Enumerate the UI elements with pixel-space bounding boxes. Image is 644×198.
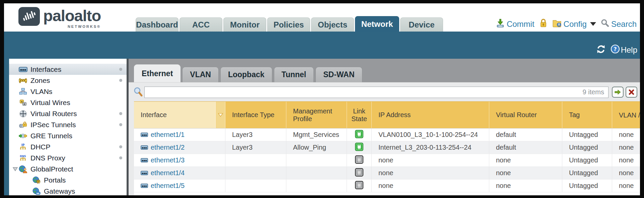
column-tag[interactable]: Tag: [562, 102, 612, 128]
sidebar-item-gre-tunnels[interactable]: GRE Tunnels: [9, 130, 127, 141]
cell-virtual-router: none: [489, 167, 562, 179]
tab-policies[interactable]: Policies: [267, 17, 310, 32]
tab-vlan[interactable]: VLAN: [182, 67, 219, 82]
sidebar-item-dhcp[interactable]: IP DHCP: [9, 141, 127, 152]
interface-link[interactable]: ethernet1/5: [151, 182, 185, 190]
clear-filter-button[interactable]: [626, 87, 637, 98]
interface-link[interactable]: ethernet1/2: [151, 144, 185, 151]
sidebar-item-label: DNS Proxy: [30, 154, 65, 162]
cell-management-profile: Mgmt_Services: [286, 129, 347, 141]
item-dot: [119, 79, 122, 82]
brand-tagline: NETWORKS®: [68, 24, 101, 29]
sidebar-item-ipsec-tunnels[interactable]: IPSec Tunnels: [9, 119, 127, 130]
interface-link[interactable]: ethernet1/1: [151, 131, 185, 139]
cell-virtual-router: none: [489, 154, 562, 166]
cell-management-profile: [286, 154, 347, 166]
config-dropdown[interactable]: Config: [552, 19, 596, 30]
table-row[interactable]: ethernet1/4 none none Untagged none: [134, 167, 640, 180]
interface-icon: [141, 156, 148, 164]
dns-proxy-icon: DNS: [18, 154, 27, 162]
sidebar-item-gateways[interactable]: Gateways: [9, 186, 127, 195]
gre-tunnels-icon: [18, 133, 27, 139]
green-arrow-icon: [614, 89, 621, 95]
cell-virtual-router: default: [489, 141, 562, 154]
sidebar-item-label: GRE Tunnels: [30, 132, 72, 140]
cell-ip-address: Internet_L3_203-0-113-254--24: [372, 141, 489, 154]
filter-input[interactable]: [144, 87, 609, 98]
cell-interface-type: [225, 180, 286, 192]
collapse-triangle-icon[interactable]: [12, 167, 18, 171]
sidebar-item-label: Portals: [44, 176, 66, 184]
tab-acc[interactable]: ACC: [180, 17, 222, 32]
sort-dropdown[interactable]: [216, 102, 225, 128]
screenshot-frame: paloalto NETWORKS® Dashboard ACC Monitor…: [0, 0, 644, 198]
sidebar-item-vlans[interactable]: VLANs: [9, 86, 127, 97]
tab-ethernet[interactable]: Ethernet: [134, 64, 181, 82]
cell-vlan: none: [612, 141, 640, 154]
table-row[interactable]: ethernet1/3 none none Untagged none: [134, 154, 640, 167]
cell-vlan: none: [612, 180, 640, 192]
apply-filter-button[interactable]: [612, 87, 624, 98]
subtab-strip: Ethernet VLAN Loopback Tunnel SD-WAN: [129, 59, 640, 82]
sidebar-item-virtual-wires[interactable]: Virtual Wires: [9, 97, 127, 108]
sidebar-item-globalprotect[interactable]: GlobalProtect: [9, 163, 127, 175]
interface-icon: [141, 144, 148, 151]
tab-device[interactable]: Device: [400, 17, 443, 32]
tab-sd-wan[interactable]: SD-WAN: [315, 67, 362, 82]
interface-link[interactable]: ethernet1/4: [151, 169, 185, 177]
table-row[interactable]: ethernet1/1 Layer3 Mgmt_Services VLAN010…: [134, 129, 640, 141]
table-row[interactable]: ethernet1/5 none none Untagged none: [134, 180, 640, 192]
cell-interface-type: Layer3: [225, 141, 286, 154]
tab-monitor[interactable]: Monitor: [223, 17, 266, 32]
svg-text:?: ?: [614, 46, 617, 52]
lock-icon[interactable]: [539, 18, 548, 30]
commit-label: Commit: [507, 19, 534, 29]
link-state-up-icon: [355, 130, 363, 140]
gateways-icon: [32, 187, 41, 195]
sidebar-item-label: Gateways: [44, 187, 75, 195]
tab-objects[interactable]: Objects: [311, 17, 354, 32]
tab-tunnel[interactable]: Tunnel: [274, 67, 314, 82]
cell-virtual-router: none: [489, 180, 562, 192]
column-interface-type[interactable]: Interface Type: [225, 102, 286, 128]
item-dot: [119, 156, 122, 159]
table-header: Interface Interface Type Management Prof…: [134, 101, 640, 129]
link-state-down-icon: [355, 181, 363, 191]
tab-dashboard[interactable]: Dashboard: [136, 17, 178, 32]
sidebar-item-label: VLANs: [30, 88, 52, 96]
column-virtual-router[interactable]: Virtual Router: [489, 102, 562, 128]
commit-button[interactable]: Commit: [496, 19, 534, 30]
cell-tag: Untagged: [562, 129, 612, 141]
cell-tag: Untagged: [562, 141, 612, 154]
portals-icon: [32, 176, 41, 184]
sidebar-item-dns-proxy[interactable]: DNS DNS Proxy: [9, 152, 127, 163]
interface-icon: [141, 182, 148, 190]
cell-interface-type: [225, 154, 286, 166]
sidebar-item-zones[interactable]: Zones: [9, 75, 127, 86]
tab-network[interactable]: Network: [355, 16, 399, 32]
link-state-down-icon: [355, 155, 363, 165]
sidebar-item-portals[interactable]: Portals: [9, 175, 127, 186]
utility-bar: ? Help: [596, 44, 637, 56]
sidebar-item-virtual-routers[interactable]: Virtual Routers: [9, 108, 127, 119]
column-management-profile[interactable]: Management Profile: [286, 102, 347, 128]
table-row[interactable]: ethernet1/2 Layer3 Allow_Ping Internet_L…: [134, 141, 640, 154]
tab-loopback[interactable]: Loopback: [220, 67, 272, 82]
config-icon: [552, 19, 562, 30]
column-vlan-virtual-wire[interactable]: VLAN / Virtual Wire: [612, 102, 640, 128]
sidebar-item-label: DHCP: [30, 143, 51, 151]
sidebar-item-label: Virtual Routers: [30, 110, 77, 118]
column-link-state[interactable]: Link State: [347, 102, 372, 128]
search-button[interactable]: Search: [601, 19, 637, 29]
column-interface[interactable]: Interface: [134, 102, 216, 128]
refresh-icon[interactable]: [596, 45, 605, 56]
sidebar-item-interfaces[interactable]: Interfaces: [9, 64, 127, 75]
interface-link[interactable]: ethernet1/3: [151, 156, 185, 164]
paloalto-logo-icon: [18, 7, 40, 26]
link-state-up-icon: [355, 143, 363, 153]
teal-banner: ? Help: [4, 32, 640, 59]
help-button[interactable]: ? Help: [611, 44, 637, 56]
brand-name: paloalto: [43, 7, 101, 24]
cell-management-profile: Allow_Ping: [286, 141, 347, 154]
column-ip-address[interactable]: IP Address: [372, 102, 489, 128]
